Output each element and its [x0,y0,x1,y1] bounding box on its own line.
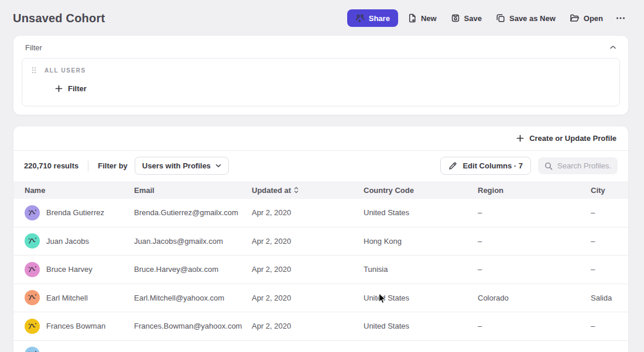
table-body: Brenda Gutierrez Brenda.Gutierrez@gmailx… [13,199,628,352]
profile-updated-at: Apr 2, 2020 [252,294,364,302]
profile-email: Bruce.Harvey@aolx.com [134,265,252,274]
avatar [25,347,40,352]
column-header-region[interactable]: Region [478,186,591,195]
profile-region: – [478,208,591,217]
table-row[interactable]: Brenda Gutierrez Brenda.Gutierrez@gmailx… [13,199,628,227]
filter-by-label: Filter by [98,161,128,170]
save-button[interactable]: Save [446,9,487,27]
avatar [25,319,40,334]
pencil-icon [448,161,457,170]
header-toolbar: Share New Save [347,9,629,27]
profile-email: Juan.Jacobs@gmailx.com [134,237,252,246]
profile-city: – [591,237,628,246]
profile-country-code: United States [364,322,478,330]
column-header-updated-at[interactable]: Updated at [252,186,364,195]
drag-handle-icon[interactable] [32,67,36,74]
share-users-icon [355,13,365,23]
filter-panel: Filter ALL USERS Filter [13,35,629,115]
edit-columns-button[interactable]: Edit Columns · 7 [440,157,531,175]
plus-icon [516,134,524,142]
create-or-update-profile-button[interactable]: Create or Update Profile [516,134,616,143]
profile-country-code: Tunisia [364,265,478,274]
share-button[interactable]: Share [347,9,398,27]
column-header-email[interactable]: Email [134,186,252,195]
profile-updated-at: Apr 2, 2020 [252,237,364,246]
copy-icon [496,13,505,23]
avatar [25,290,40,305]
table-row[interactable]: Frances Bowman Frances.Bowman@yahoox.com… [13,312,628,341]
profile-region: – [478,322,591,330]
search-icon [544,162,553,170]
add-filter-button[interactable]: Filter [55,84,87,93]
profile-city: – [591,208,628,217]
new-document-icon [407,13,417,23]
profile-region: Colorado [478,294,591,302]
profiles-filter-dropdown[interactable]: Users with Profiles [135,157,229,175]
new-button[interactable]: New [403,9,441,27]
profile-country-code: Hong Kong [364,237,478,246]
more-options-button[interactable] [612,9,629,27]
page-header: Unsaved Cohort Share New [0,0,644,35]
ellipsis-icon [615,13,626,23]
profile-name: Brenda Gutierrez [46,208,104,217]
results-toolbar: 220,710 results Filter by Users with Pro… [13,150,628,181]
collapse-filter-button[interactable] [607,43,619,52]
profile-region: – [478,237,591,246]
chevron-up-icon [609,45,616,50]
search-profiles-box [538,157,618,174]
search-profiles-input[interactable] [557,161,611,170]
filter-group-all-users: ALL USERS Filter [22,58,620,106]
profile-country-code: United States [364,294,478,302]
plus-icon [55,85,63,92]
profile-name: Frances Bowman [46,322,105,330]
create-or-update-profile-label: Create or Update Profile [529,134,616,143]
open-button[interactable]: Open [565,9,608,27]
save-as-new-button-label: Save as New [509,14,556,23]
column-header-name[interactable]: Name [25,186,134,195]
avatar [25,205,40,220]
filter-panel-label: Filter [25,43,42,52]
save-button-label: Save [464,14,482,23]
table-row[interactable]: Bruce Harvey Bruce.Harvey@aolx.com Apr 2… [13,256,628,284]
profile-name: Bruce Harvey [46,265,93,274]
profile-city: Salida [591,294,628,302]
avatar [25,262,40,277]
edit-columns-label: Edit Columns · 7 [463,161,523,170]
column-header-country-code[interactable]: Country Code [364,186,478,195]
profile-email: Frances.Bowman@yahoox.com [134,322,252,330]
avatar [25,233,40,249]
profile-name: Juan Jacobs [46,237,89,246]
profile-updated-at: Apr 2, 2020 [252,322,364,330]
new-button-label: New [421,14,437,23]
sort-icon [294,187,299,194]
table-row[interactable] [13,341,628,352]
table-header: Name Email Updated at Country Code Regio… [13,181,628,199]
all-users-label: ALL USERS [44,67,86,74]
profile-city: – [591,265,628,274]
profile-email: Brenda.Gutierrez@gmailx.com [134,208,252,217]
save-as-new-button[interactable]: Save as New [491,9,560,27]
save-icon [451,13,460,23]
profile-city: – [591,322,628,330]
column-header-city[interactable]: City [591,186,628,195]
profile-region: – [478,265,591,274]
profile-updated-at: Apr 2, 2020 [252,208,364,217]
chevron-down-icon [215,164,221,168]
table-row[interactable]: Juan Jacobs Juan.Jacobs@gmailx.com Apr 2… [13,227,628,256]
profiles-panel: Create or Update Profile 220,710 results… [13,126,629,352]
share-button-label: Share [369,14,390,23]
profile-country-code: United States [364,208,478,217]
profiles-dropdown-value: Users with Profiles [142,161,211,170]
profile-email: Earl.Mitchell@yahoox.com [134,294,252,302]
results-count: 220,710 results [24,161,78,170]
profile-updated-at: Apr 2, 2020 [252,265,364,274]
open-button-label: Open [584,14,603,23]
add-filter-label: Filter [68,84,87,93]
folder-open-icon [570,13,580,23]
profile-name: Earl Mitchell [46,294,88,302]
page-title: Unsaved Cohort [13,12,105,25]
table-row[interactable]: Earl Mitchell Earl.Mitchell@yahoox.com A… [13,284,628,313]
divider [88,161,88,171]
